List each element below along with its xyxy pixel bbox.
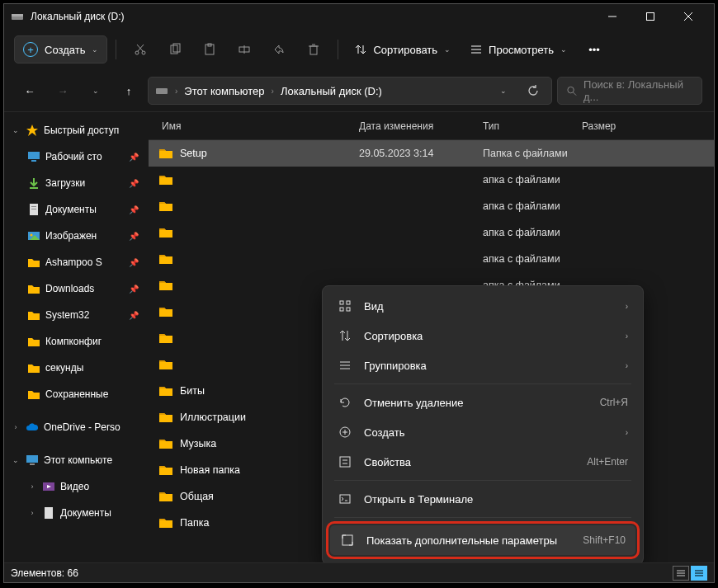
breadcrumb-drive[interactable]: Локальный диск (D:)	[281, 85, 382, 97]
svg-rect-59	[342, 535, 352, 545]
svg-rect-3	[647, 13, 654, 21]
ctx-sort[interactable]: Сортировка ›	[328, 321, 638, 350]
minimize-button[interactable]	[593, 4, 631, 29]
cut-button[interactable]	[125, 35, 156, 64]
folder-icon	[158, 464, 173, 476]
column-name[interactable]: Имя	[149, 120, 359, 132]
view-icon	[470, 44, 482, 55]
highlight-annotation: Показать дополнительные параметры Shift+…	[326, 521, 640, 559]
sidebar-item-ashampoo[interactable]: Ashampoo S📌	[6, 249, 147, 275]
pin-icon: 📌	[129, 179, 139, 188]
chevron-right-icon: ›	[27, 509, 37, 517]
svg-rect-38	[30, 463, 35, 465]
new-button[interactable]: + Создать ⌄	[14, 35, 107, 64]
up-button[interactable]: ↑	[115, 77, 143, 105]
search-input[interactable]: Поиск в: Локальный д...	[557, 77, 702, 105]
chevron-right-icon: ›	[626, 302, 628, 311]
sidebar-onedrive[interactable]: › OneDrive - Perso	[6, 414, 147, 440]
document-icon	[27, 203, 40, 216]
sidebar-this-pc[interactable]: ⌄ Этот компьюте	[6, 447, 147, 473]
sidebar-pictures[interactable]: Изображен📌	[6, 223, 147, 249]
view-details-button[interactable]	[673, 566, 689, 581]
table-row[interactable]: апка с файлами	[149, 219, 714, 246]
ctx-group[interactable]: Группировка ›	[328, 350, 638, 380]
plus-icon	[338, 425, 352, 440]
paste-button[interactable]	[194, 35, 225, 64]
sidebar-item-system32[interactable]: System32📌	[6, 302, 147, 328]
pin-icon: 📌	[129, 153, 139, 162]
grid-icon	[338, 299, 352, 313]
ctx-new[interactable]: Создать ›	[328, 417, 638, 447]
folder-icon	[27, 361, 40, 374]
folder-icon	[158, 227, 173, 238]
sidebar-item-komp[interactable]: Компконфиг	[6, 328, 147, 355]
copy-button[interactable]	[159, 35, 191, 64]
chevron-down-icon: ⌄	[11, 126, 21, 134]
ctx-properties[interactable]: Свойства Alt+Enter	[328, 447, 638, 477]
folder-icon	[27, 335, 40, 348]
recent-button[interactable]: ⌄	[82, 77, 110, 105]
sidebar-downloads[interactable]: Загрузки📌	[6, 170, 147, 196]
svg-rect-24	[156, 88, 168, 94]
chevron-right-icon: ›	[11, 423, 21, 431]
breadcrumb-pc[interactable]: Этот компьютер	[184, 85, 264, 97]
svg-point-35	[31, 234, 33, 237]
refresh-button[interactable]	[522, 85, 545, 96]
column-type[interactable]: Тип	[483, 120, 582, 132]
column-date[interactable]: Дата изменения	[359, 120, 483, 132]
svg-point-6	[135, 51, 139, 54]
ctx-terminal[interactable]: Открыть в Терминале	[328, 484, 638, 514]
address-bar[interactable]: › Этот компьютер › Локальный диск (D:) ⌄	[148, 77, 552, 105]
rename-button[interactable]	[229, 35, 260, 64]
sort-dropdown[interactable]: Сортировать ⌄	[347, 35, 459, 64]
chevron-down-icon: ⌄	[92, 45, 98, 54]
sidebar-documents[interactable]: Документы📌	[6, 196, 147, 223]
pin-icon: 📌	[129, 311, 139, 320]
table-row[interactable]: апка с файлами	[149, 167, 714, 193]
table-row[interactable]: апка с файлами	[149, 193, 714, 219]
explorer-window: Локальный диск (D:) + Создать ⌄ Сортиров…	[3, 3, 715, 583]
delete-button[interactable]	[298, 35, 329, 64]
sidebar-desktop[interactable]: Рабочий сто📌	[6, 143, 147, 170]
table-row[interactable]: Setup29.05.2023 3:14Папка с файлами	[149, 140, 714, 167]
ctx-view[interactable]: Вид ›	[328, 291, 638, 321]
ctx-undo[interactable]: Отменить удаление Ctrl+Я	[328, 388, 638, 417]
svg-rect-57	[340, 495, 350, 503]
back-button[interactable]: ←	[16, 77, 44, 105]
pin-icon: 📌	[129, 205, 139, 214]
folder-icon	[158, 385, 173, 397]
view-dropdown[interactable]: Просмотреть ⌄	[462, 35, 575, 64]
chevron-right-icon: ›	[27, 482, 37, 491]
view-large-button[interactable]	[691, 566, 707, 581]
folder-icon	[158, 174, 173, 186]
view-label: Просмотреть	[489, 44, 554, 56]
ctx-show-more[interactable]: Показать дополнительные параметры Shift+…	[330, 525, 635, 555]
sidebar-item-seconds[interactable]: секунды	[6, 355, 147, 381]
column-size[interactable]: Размер	[582, 120, 714, 132]
more-button[interactable]: •••	[579, 35, 610, 64]
video-icon	[42, 480, 55, 493]
close-button[interactable]	[669, 4, 707, 29]
share-button[interactable]	[263, 35, 295, 64]
svg-marker-27	[26, 125, 38, 136]
chevron-down-icon: ⌄	[11, 456, 21, 464]
pin-icon: 📌	[129, 232, 139, 241]
sidebar-item-downloads2[interactable]: Downloads📌	[6, 275, 147, 302]
address-history-button[interactable]: ⌄	[492, 87, 515, 95]
address-row: ← → ⌄ ↑ › Этот компьютер › Локальный дис…	[4, 70, 714, 111]
forward-button[interactable]: →	[49, 77, 77, 105]
toolbar: + Создать ⌄ Сортировать ⌄ Просмотреть ⌄ …	[4, 29, 714, 70]
sidebar-item-saved[interactable]: Сохраненные	[6, 381, 147, 407]
maximize-button[interactable]	[631, 4, 669, 29]
folder-icon	[27, 282, 40, 295]
star-icon	[26, 124, 39, 137]
sidebar: ⌄ Быстрый доступ Рабочий сто📌 Загрузки📌 …	[4, 112, 149, 562]
svg-rect-42	[340, 301, 343, 304]
sidebar-quick-access[interactable]: ⌄ Быстрый доступ	[6, 117, 147, 143]
folder-icon	[158, 438, 173, 449]
folder-icon	[158, 517, 173, 529]
table-row[interactable]: апка с файлами	[149, 246, 714, 272]
sidebar-documents2[interactable]: › Документы	[6, 500, 147, 526]
column-headers: Имя Дата изменения Тип Размер	[149, 112, 714, 140]
sidebar-video[interactable]: › Видео	[6, 473, 147, 500]
